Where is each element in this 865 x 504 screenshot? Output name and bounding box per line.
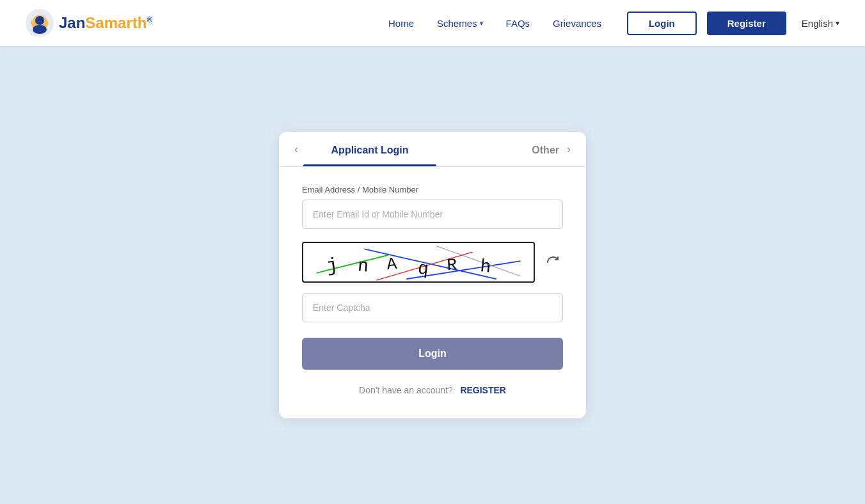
tab-bar: ‹ Applicant Login Other › (279, 132, 586, 167)
captcha-image: j n A q R h (302, 242, 535, 283)
login-button[interactable]: Login (627, 12, 697, 35)
captcha-row: j n A q R h (302, 242, 563, 283)
tab-other[interactable]: Other (436, 132, 562, 166)
tab-next-button[interactable]: › (562, 132, 576, 166)
navbar: JanSamarth® Home Schemes ▾ FAQs Grievanc… (0, 0, 865, 46)
svg-point-1 (35, 16, 44, 25)
register-prompt: Don't have an account? (359, 385, 453, 395)
nav-faqs[interactable]: FAQs (506, 18, 530, 29)
schemes-chevron-icon: ▾ (480, 20, 483, 27)
nav-schemes[interactable]: Schemes ▾ (437, 18, 483, 29)
captcha-input[interactable] (302, 293, 563, 322)
login-card: ‹ Applicant Login Other › Email Address … (279, 132, 586, 418)
logo: JanSamarth® (26, 9, 152, 37)
main-content: ‹ Applicant Login Other › Email Address … (0, 46, 865, 504)
email-label: Email Address / Mobile Number (302, 185, 563, 194)
language-label: English (802, 18, 833, 29)
svg-text:R: R (446, 255, 457, 275)
nav-actions: Login Register English ▾ (627, 12, 839, 35)
nav-home[interactable]: Home (388, 18, 414, 29)
refresh-icon (545, 255, 560, 270)
captcha-refresh-button[interactable] (543, 252, 563, 272)
login-submit-button[interactable]: Login (302, 338, 563, 370)
tab-applicant-login[interactable]: Applicant Login (303, 132, 436, 166)
language-selector[interactable]: English ▾ (802, 18, 839, 29)
tab-prev-button[interactable]: ‹ (289, 132, 303, 166)
nav-grievances[interactable]: Grievances (553, 18, 601, 29)
language-chevron-icon: ▾ (836, 19, 839, 28)
register-row: Don't have an account? REGISTER (302, 385, 563, 395)
svg-text:n: n (357, 256, 370, 276)
register-button[interactable]: Register (707, 12, 786, 35)
logo-icon (26, 9, 54, 37)
logo-text: JanSamarth® (59, 14, 152, 32)
svg-text:h: h (479, 256, 492, 278)
email-input[interactable] (302, 200, 563, 229)
nav-links: Home Schemes ▾ FAQs Grievances (388, 18, 601, 29)
register-link[interactable]: REGISTER (460, 385, 506, 395)
form-body: Email Address / Mobile Number (279, 167, 586, 395)
svg-point-2 (33, 25, 47, 34)
